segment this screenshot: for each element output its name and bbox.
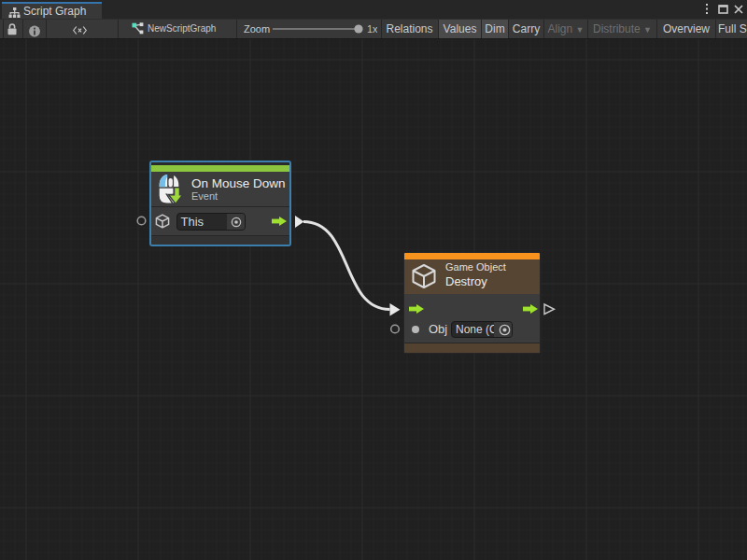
svg-text:1x: 1x (367, 23, 377, 35)
